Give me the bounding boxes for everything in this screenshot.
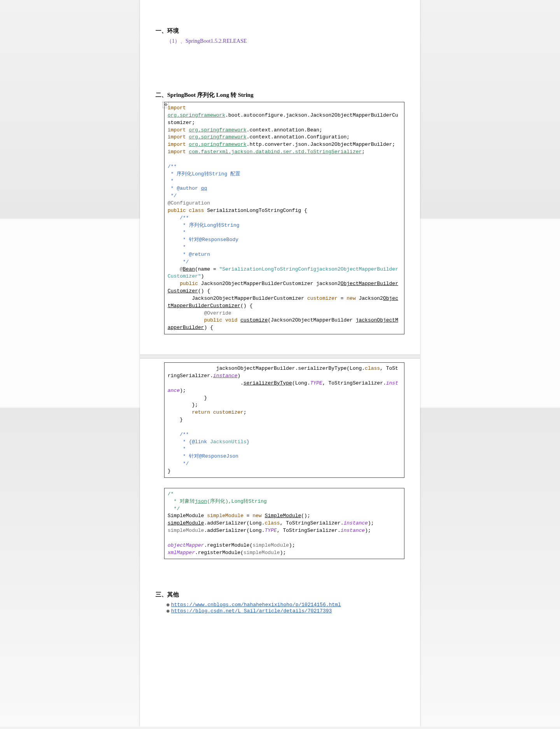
comment: /** <box>168 215 189 221</box>
txt: (); <box>301 513 310 519</box>
code-block-3: /* * 对象转json(序列化),Long转String */ SimpleM… <box>164 488 404 559</box>
txt: ); <box>280 550 286 556</box>
kw: class <box>265 520 280 526</box>
comment: */ <box>168 259 189 265</box>
comment: * 对象转 <box>168 498 195 504</box>
page-1: 一、环境 （1）、SpringBoot1.5.2.RELEASE 二、Sprin… <box>140 0 420 355</box>
comment: } <box>247 439 250 445</box>
kw-import: import <box>168 142 189 147</box>
comment: /** <box>168 432 189 437</box>
pkg: org.springframework <box>189 134 247 140</box>
txt: ; <box>243 409 247 415</box>
var: customizer <box>213 409 243 415</box>
txt: } <box>168 417 183 423</box>
txt: = <box>243 513 252 519</box>
ctor: SimpleModule <box>265 513 301 519</box>
section-3-title: 三、其他 <box>156 591 404 598</box>
txt: SerializationLongToStringConfig { <box>204 208 307 213</box>
section-2-title: 二、SpringBoot 序列化 Long 转 String <box>156 91 404 99</box>
txt: (Jackson2ObjectMapperBuilder <box>268 317 355 323</box>
pkg: org.springframework <box>189 127 247 133</box>
section-1-item: （1）、SpringBoot1.5.2.RELEASE <box>166 38 404 45</box>
author: qq <box>201 185 207 191</box>
comment: * 序列化Long转String 配置 <box>168 171 240 177</box>
txt: ; <box>362 149 365 155</box>
txt: }; <box>168 402 198 408</box>
var: customizer <box>307 295 338 301</box>
link-tag: JacksonUtils <box>210 439 247 445</box>
comment: /** <box>168 164 177 170</box>
comment: */ <box>168 193 177 199</box>
link-row-2: ◉https://blog.csdn.net/L_Sail/article/de… <box>166 608 404 614</box>
txt: ); <box>365 528 371 533</box>
txt: .context.annotation.Bean; <box>247 127 322 133</box>
txt: , ToStringSerializer. <box>280 520 344 526</box>
txt: .http.converter.json.Jackson2ObjectMappe… <box>247 142 395 147</box>
var: simpleModule <box>168 528 204 533</box>
field: instance <box>213 373 237 379</box>
annotation: @Override <box>168 310 231 316</box>
kw-new: new <box>252 513 261 519</box>
var: objectMapper <box>168 542 204 548</box>
txt: .addSerializer(Long. <box>204 528 265 533</box>
field: instance <box>344 520 368 526</box>
kw: public class <box>168 208 204 213</box>
txt: () { <box>198 288 210 294</box>
comment: */ <box>168 461 189 467</box>
txt: , ToStringSerializer. <box>322 380 386 386</box>
txt: (Long. <box>292 380 310 386</box>
method: serializerByType <box>243 380 292 386</box>
document-page-container: 一、环境 （1）、SpringBoot1.5.2.RELEASE 二、Sprin… <box>140 0 420 727</box>
txt: Jackson2ObjectMapperBuilderCustomizer <box>168 295 307 301</box>
txt: .addSerializer(Long. <box>204 520 265 526</box>
field: TYPE <box>310 380 322 386</box>
page-break <box>140 355 420 358</box>
comment: * @author <box>168 185 201 191</box>
txt <box>262 513 265 519</box>
txt: Jackson2 <box>356 295 383 301</box>
comment: (序列化),Long转String <box>207 498 266 504</box>
var: simpleModule <box>207 513 243 519</box>
reference-link-1[interactable]: https://www.cnblogs.com/hahahehexixihoho… <box>171 602 341 608</box>
code-block-2: jacksonObjectMapperBuilder.serializerByT… <box>164 362 404 478</box>
txt: ); <box>289 542 295 548</box>
txt: .registerModule( <box>204 542 253 548</box>
txt: = <box>338 295 346 301</box>
comment: /* <box>168 491 174 497</box>
txt: () { <box>240 303 252 309</box>
annotation: Bean <box>183 266 195 272</box>
comment: * <box>168 178 174 184</box>
txt: .context.annotation.Configuration; <box>247 134 350 140</box>
kw: return <box>168 409 213 415</box>
comment: * @return <box>168 252 210 257</box>
comment: * <box>168 229 186 235</box>
comment: * 针对@ResponseBody <box>168 237 238 243</box>
txt: , ToStringSerializer. <box>277 528 341 533</box>
txt: ); <box>180 388 186 393</box>
pkg: org.springframework <box>168 112 225 118</box>
kw-import: import <box>168 127 189 133</box>
comment: * 序列化Long转String <box>168 222 240 228</box>
var: simpleModule <box>168 520 204 526</box>
txt: ); <box>368 520 374 526</box>
comment: */ <box>168 506 180 512</box>
txt: (name = <box>195 266 219 272</box>
txt: ) <box>201 273 204 279</box>
txt: Jackson2ObjectMapperBuilderCustomizer ja… <box>198 281 341 287</box>
reference-link-2[interactable]: https://blog.csdn.net/L_Sail/article/det… <box>171 608 332 614</box>
kw: public <box>168 281 198 287</box>
pkg: org.springframework <box>189 142 247 147</box>
link-row-1: ◉https://www.cnblogs.com/hahahehexixihoh… <box>166 601 404 608</box>
kw-new: new <box>346 295 355 301</box>
comment: * {@link <box>168 439 210 445</box>
comment: * <box>168 244 186 250</box>
field: TYPE <box>265 528 277 533</box>
bullet-icon: ◉ <box>166 608 170 614</box>
method: customize <box>240 317 268 323</box>
txt: . <box>168 380 243 386</box>
kw-import: import <box>168 149 189 155</box>
txt: } <box>168 395 207 401</box>
pkg: com.fasterxml.jackson.databind.ser.std.T… <box>189 149 362 155</box>
kw-import: import <box>168 105 186 111</box>
txt: SimpleModule <box>168 513 207 519</box>
